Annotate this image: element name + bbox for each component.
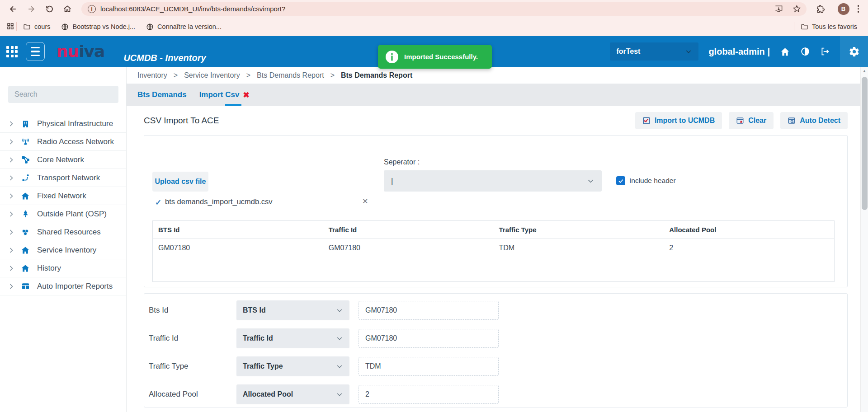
separator-select[interactable]: | — [384, 170, 602, 192]
mapping-value-input[interactable] — [359, 357, 499, 376]
sidebar-item-label: History — [37, 264, 61, 273]
chevron-right-icon — [9, 121, 14, 126]
sidebar-item-fixed-network[interactable]: Fixed Network — [0, 187, 126, 205]
page-scrollbar[interactable]: ▲ — [860, 67, 868, 412]
button-label: Auto Detect — [800, 117, 840, 125]
forward-icon[interactable] — [24, 2, 39, 16]
mapping-select-bts-id[interactable]: BTS Id — [236, 300, 349, 320]
bookmarks-bar: cours Bootstrap vs Node.j... Connaître l… — [0, 18, 868, 36]
mapping-select-value: Traffic Type — [243, 362, 283, 370]
breadcrumb-item[interactable]: Bts Demands Report — [257, 71, 324, 80]
mapping-select-value: BTS Id — [243, 306, 266, 314]
chevron-down-icon — [336, 335, 343, 342]
back-icon[interactable] — [5, 2, 21, 16]
browser-toolbar: i localhost:6083/ACE_UCMDB_UI/inv/bts-de… — [0, 0, 868, 18]
extensions-icon[interactable] — [813, 2, 828, 16]
remove-file-icon[interactable]: ✕ — [360, 195, 370, 207]
bookmark-star-icon[interactable] — [790, 3, 804, 15]
browser-menu-icon[interactable] — [854, 5, 863, 13]
reload-icon[interactable] — [42, 2, 57, 16]
include-header-option: Include header — [616, 176, 676, 185]
globe-icon — [61, 23, 69, 31]
apps-grid-icon[interactable] — [6, 22, 14, 32]
sidebar-item-auto-importer-reports[interactable]: Auto Importer Reports — [0, 277, 126, 295]
chevron-down-icon — [336, 363, 343, 370]
include-header-checkbox[interactable] — [616, 176, 625, 185]
scrollbar-thumb[interactable] — [862, 77, 868, 210]
breadcrumb-item[interactable]: Service Inventory — [184, 71, 240, 80]
app-logo: nuiva — [57, 43, 104, 60]
environment-select-value: forTest — [616, 47, 640, 56]
tab-close-icon[interactable]: ✖ — [243, 90, 249, 100]
sidebar-item-transport-network[interactable]: Transport Network — [0, 169, 126, 187]
tab-import-csv[interactable]: Import Csv ✖ — [199, 84, 250, 106]
tab-bts-demands[interactable]: Bts Demands — [137, 84, 187, 106]
mapping-row-allocated-pool: Allocated Pool Allocated Pool — [144, 380, 847, 408]
auto-detect-icon — [788, 117, 796, 125]
home-icon[interactable] — [60, 2, 75, 16]
mapping-row-traffic-type: Traffic Type Traffic Type — [144, 352, 847, 380]
column-mapping-card: Bts Id BTS Id Traffic Id Traffic Id — [144, 293, 848, 407]
app-waffle-icon[interactable] — [6, 46, 18, 57]
clear-button[interactable]: Clear — [729, 112, 774, 129]
address-bar[interactable]: i localhost:6083/ACE_UCMDB_UI/inv/bts-de… — [81, 2, 807, 16]
site-info-icon[interactable]: i — [88, 5, 96, 13]
info-icon — [385, 50, 399, 64]
logout-icon[interactable] — [820, 47, 830, 56]
mapping-value-input[interactable] — [359, 301, 499, 320]
settings-gear-button[interactable] — [840, 36, 868, 67]
sidebar-item-service-inventory[interactable]: Service Inventory — [0, 241, 126, 259]
bookmark-cours[interactable]: cours — [19, 21, 55, 33]
import-to-ucmdb-button[interactable]: Import to UCMDB — [635, 112, 722, 129]
environment-select[interactable]: forTest — [610, 42, 698, 61]
button-label: Import to UCMDB — [655, 117, 715, 125]
upload-csv-button[interactable]: Upload csv file — [152, 172, 208, 192]
search-input[interactable] — [8, 86, 118, 103]
breadcrumb: Inventory > Service Inventory > Bts Dema… — [127, 67, 868, 84]
csv-import-card: Upload csv file Seperator : | Include he… — [144, 135, 848, 287]
page-heading-row: CSV Import To ACE Import to UCMDB Clear … — [127, 106, 868, 135]
bookmark-connaitre[interactable]: Connaître la version... — [142, 21, 226, 33]
chevron-down-icon — [336, 307, 343, 314]
browser-window: i localhost:6083/ACE_UCMDB_UI/inv/bts-de… — [0, 0, 868, 412]
antenna-icon — [20, 137, 31, 146]
column-header: Traffic Type — [494, 226, 664, 234]
house-icon — [20, 192, 31, 201]
sidebar-item-core-network[interactable]: Core Network — [0, 151, 126, 169]
folder-icon — [801, 23, 808, 31]
bookmark-bootstrap[interactable]: Bootstrap vs Node.j... — [57, 21, 140, 33]
separator-label: Seperator : — [384, 158, 420, 166]
sidebar-item-history[interactable]: History — [0, 259, 126, 277]
app-home-icon[interactable] — [780, 47, 790, 57]
breadcrumb-item[interactable]: Inventory — [137, 71, 167, 80]
mapping-select-value: Allocated Pool — [243, 390, 293, 398]
table-row: GM07180 GM07180 TDM 2 — [153, 239, 834, 257]
chevron-right-icon — [9, 229, 14, 235]
sidebar-item-radio-access-network[interactable]: Radio Access Network — [0, 133, 126, 151]
chevron-right-icon — [9, 139, 14, 145]
theme-contrast-icon[interactable] — [800, 47, 810, 56]
report-table-icon — [20, 282, 31, 290]
sidebar-toggle-button[interactable] — [26, 42, 45, 61]
table-cell: TDM — [494, 244, 664, 252]
sidebar-item-shared-resources[interactable]: Shared Resources — [0, 223, 126, 241]
mapping-value-input[interactable] — [359, 329, 499, 348]
chevron-right-icon — [9, 175, 14, 181]
mapping-label: Traffic Id — [149, 334, 236, 343]
profile-avatar[interactable]: B — [838, 3, 849, 15]
house-icon — [20, 264, 31, 273]
install-app-icon[interactable] — [772, 3, 786, 15]
mapping-value-input[interactable] — [359, 385, 499, 404]
mapping-select-traffic-type[interactable]: Traffic Type — [236, 356, 349, 376]
sidebar-menu: Physical Infrastructure Radio Access Net… — [0, 115, 126, 295]
user-menu[interactable]: global-admin | — [708, 47, 770, 57]
sidebar-item-outside-plant[interactable]: Outside Plant (OSP) — [0, 205, 126, 223]
url-text[interactable]: localhost:6083/ACE_UCMDB_UI/inv/bts-dema… — [100, 5, 768, 13]
sidebar-item-physical-infrastructure[interactable]: Physical Infrastructure — [0, 115, 126, 133]
auto-detect-button[interactable]: Auto Detect — [780, 112, 848, 129]
all-bookmarks[interactable]: Tous les favoris — [796, 21, 862, 33]
mapping-select-traffic-id[interactable]: Traffic Id — [236, 328, 349, 348]
scrollbar-up-arrow[interactable]: ▲ — [861, 67, 868, 75]
bookmark-label: cours — [34, 23, 50, 30]
mapping-select-allocated-pool[interactable]: Allocated Pool — [236, 384, 349, 404]
